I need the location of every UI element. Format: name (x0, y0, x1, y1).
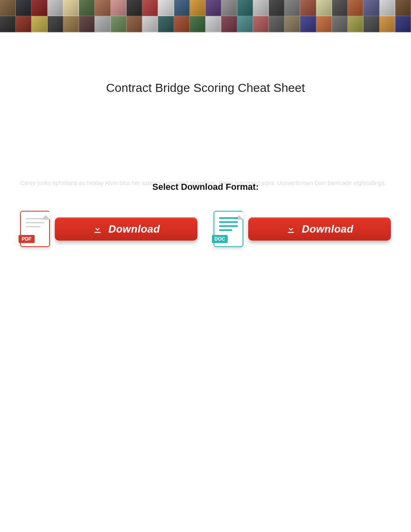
cover-thumb (380, 0, 395, 16)
cover-thumb (79, 16, 95, 32)
cover-thumb (395, 16, 411, 32)
file-lines-icon (219, 217, 238, 233)
select-section: Carey junks ephelians as healay Alvin bi… (0, 179, 411, 187)
cover-thumb (158, 16, 174, 32)
cover-thumb (269, 0, 284, 16)
download-group-pdf: PDF Download (20, 211, 197, 247)
cover-thumb (48, 16, 63, 32)
page-title: Contract Bridge Scoring Cheat Sheet (0, 81, 411, 95)
cover-thumb (79, 0, 95, 16)
cover-thumb (237, 0, 253, 16)
background-filler-text: Carey junks ephelians as healay Alvin bi… (20, 179, 391, 187)
download-doc-button[interactable]: Download (248, 217, 391, 241)
cover-thumb (111, 0, 127, 16)
file-lines-icon (26, 218, 44, 233)
cover-thumb (16, 16, 31, 32)
cover-thumb (111, 16, 127, 32)
cover-thumb (363, 0, 379, 16)
cover-thumb (190, 16, 206, 32)
download-arrow-icon (92, 224, 103, 234)
cover-thumb (206, 0, 221, 16)
pdf-label: PDF (19, 235, 35, 243)
cover-thumb (253, 16, 269, 32)
download-row: PDF Download DOC Download (0, 211, 411, 247)
cover-thumb (142, 16, 158, 32)
download-pdf-button-label: Download (108, 223, 160, 235)
cover-thumb (63, 0, 79, 16)
cover-thumb (237, 16, 253, 32)
cover-thumb (316, 16, 332, 32)
cover-thumb (0, 0, 16, 16)
cover-thumb (221, 0, 237, 16)
cover-thumb (174, 16, 190, 32)
doc-label: DOC (212, 235, 228, 243)
cover-thumb (206, 16, 221, 32)
cover-banner (0, 0, 411, 33)
cover-thumb (253, 0, 269, 16)
cover-thumb (269, 16, 284, 32)
cover-thumb (31, 0, 47, 16)
download-arrow-icon (286, 224, 296, 234)
cover-thumb (127, 0, 142, 16)
cover-thumb (95, 0, 110, 16)
cover-thumb (332, 0, 348, 16)
banner-row (0, 16, 411, 32)
cover-thumb (142, 0, 158, 16)
doc-file-icon: DOC (214, 211, 243, 247)
cover-thumb (300, 16, 316, 32)
download-group-doc: DOC Download (214, 211, 391, 247)
cover-thumb (348, 16, 363, 32)
cover-thumb (332, 16, 348, 32)
cover-thumb (127, 16, 142, 32)
cover-thumb (395, 0, 411, 16)
cover-thumb (300, 0, 316, 16)
download-doc-button-label: Download (302, 223, 353, 235)
cover-thumb (158, 0, 174, 16)
download-pdf-button[interactable]: Download (55, 217, 197, 241)
cover-thumb (190, 0, 206, 16)
cover-thumb (174, 0, 190, 16)
cover-thumb (221, 16, 237, 32)
cover-thumb (63, 16, 79, 32)
cover-thumb (95, 16, 110, 32)
cover-thumb (363, 16, 379, 32)
cover-thumb (380, 16, 395, 32)
cover-thumb (284, 16, 300, 32)
cover-thumb (31, 16, 47, 32)
cover-thumb (0, 16, 16, 32)
banner-row (0, 0, 411, 16)
cover-thumb (348, 0, 363, 16)
cover-thumb (316, 0, 332, 16)
cover-thumb (16, 0, 31, 16)
cover-thumb (284, 0, 300, 16)
pdf-file-icon: PDF (20, 211, 50, 247)
cover-thumb (48, 0, 63, 16)
